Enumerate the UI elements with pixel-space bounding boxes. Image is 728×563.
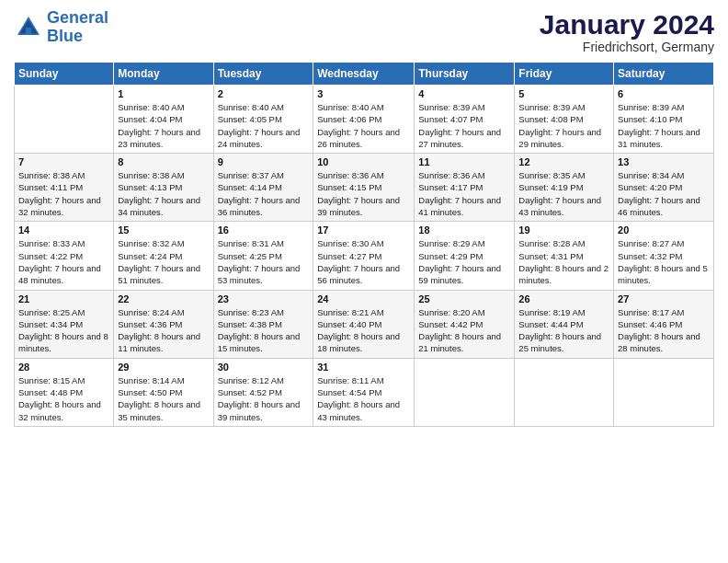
sunrise-text: Sunrise: 8:36 AM: [317, 169, 410, 181]
sunrise-text: Sunrise: 8:37 AM: [218, 169, 310, 181]
sunset-text: Sunset: 4:38 PM: [218, 318, 310, 330]
sunrise-text: Sunrise: 8:24 AM: [118, 306, 209, 318]
header-thursday: Thursday: [415, 63, 515, 86]
day-number: 29: [118, 362, 209, 373]
sunrise-text: Sunrise: 8:21 AM: [317, 306, 410, 318]
daylight-text: Daylight: 7 hours and 41 minutes.: [418, 194, 510, 219]
day-number: 25: [418, 293, 510, 304]
calendar-cell: 13 Sunrise: 8:34 AM Sunset: 4:20 PM Dayl…: [614, 154, 714, 222]
day-info: Sunrise: 8:32 AM Sunset: 4:24 PM Dayligh…: [118, 237, 209, 286]
logo-line1: General: [47, 8, 108, 27]
calendar-cell: 3 Sunrise: 8:40 AM Sunset: 4:06 PM Dayli…: [313, 86, 415, 154]
daylight-text: Daylight: 8 hours and 39 minutes.: [218, 398, 310, 423]
day-number: 12: [518, 156, 609, 167]
sunset-text: Sunset: 4:05 PM: [218, 113, 310, 125]
day-number: 6: [618, 88, 710, 99]
daylight-text: Daylight: 8 hours and 21 minutes.: [418, 330, 510, 355]
day-info: Sunrise: 8:40 AM Sunset: 4:05 PM Dayligh…: [218, 101, 310, 150]
day-info: Sunrise: 8:25 AM Sunset: 4:34 PM Dayligh…: [18, 306, 109, 355]
calendar-cell: 31 Sunrise: 8:11 AM Sunset: 4:54 PM Dayl…: [313, 358, 415, 426]
sunrise-text: Sunrise: 8:38 AM: [118, 169, 209, 181]
calendar-cell: 14 Sunrise: 8:33 AM Sunset: 4:22 PM Dayl…: [15, 222, 114, 290]
day-number: 23: [218, 293, 310, 304]
day-info: Sunrise: 8:39 AM Sunset: 4:08 PM Dayligh…: [518, 101, 609, 150]
page: General Blue January 2024 Friedrichsort,…: [0, 0, 728, 563]
daylight-text: Daylight: 7 hours and 29 minutes.: [518, 126, 609, 151]
daylight-text: Daylight: 7 hours and 48 minutes.: [18, 262, 109, 287]
calendar-cell: 17 Sunrise: 8:30 AM Sunset: 4:27 PM Dayl…: [313, 222, 415, 290]
svg-rect-2: [26, 28, 31, 35]
calendar-cell: 15 Sunrise: 8:32 AM Sunset: 4:24 PM Dayl…: [114, 222, 213, 290]
calendar-cell: 24 Sunrise: 8:21 AM Sunset: 4:40 PM Dayl…: [313, 290, 415, 358]
sunset-text: Sunset: 4:14 PM: [218, 181, 310, 193]
sunset-text: Sunset: 4:19 PM: [518, 181, 609, 193]
sunrise-text: Sunrise: 8:40 AM: [118, 101, 209, 113]
calendar-title: January 2024: [540, 9, 714, 40]
day-info: Sunrise: 8:23 AM Sunset: 4:38 PM Dayligh…: [218, 306, 310, 355]
sunset-text: Sunset: 4:17 PM: [418, 181, 510, 193]
weekday-header-row: Sunday Monday Tuesday Wednesday Thursday…: [15, 63, 714, 86]
day-info: Sunrise: 8:36 AM Sunset: 4:15 PM Dayligh…: [317, 169, 410, 218]
calendar-cell: 29 Sunrise: 8:14 AM Sunset: 4:50 PM Dayl…: [114, 358, 213, 426]
sunrise-text: Sunrise: 8:30 AM: [317, 237, 410, 249]
sunset-text: Sunset: 4:22 PM: [18, 250, 109, 262]
daylight-text: Daylight: 7 hours and 27 minutes.: [418, 126, 510, 151]
sunset-text: Sunset: 4:48 PM: [18, 386, 109, 398]
daylight-text: Daylight: 7 hours and 43 minutes.: [518, 194, 609, 219]
day-info: Sunrise: 8:29 AM Sunset: 4:29 PM Dayligh…: [418, 237, 510, 286]
day-number: 1: [118, 88, 209, 99]
day-info: Sunrise: 8:20 AM Sunset: 4:42 PM Dayligh…: [418, 306, 510, 355]
sunset-text: Sunset: 4:08 PM: [518, 113, 609, 125]
sunset-text: Sunset: 4:27 PM: [317, 250, 410, 262]
day-info: Sunrise: 8:38 AM Sunset: 4:11 PM Dayligh…: [18, 169, 109, 218]
sunset-text: Sunset: 4:13 PM: [118, 181, 209, 193]
day-number: 19: [518, 224, 609, 236]
day-info: Sunrise: 8:30 AM Sunset: 4:27 PM Dayligh…: [317, 237, 410, 286]
day-number: 13: [618, 156, 710, 167]
daylight-text: Daylight: 7 hours and 46 minutes.: [618, 194, 710, 219]
calendar-cell: 2 Sunrise: 8:40 AM Sunset: 4:05 PM Dayli…: [213, 86, 313, 154]
sunset-text: Sunset: 4:07 PM: [418, 113, 510, 125]
calendar-cell: 27 Sunrise: 8:17 AM Sunset: 4:46 PM Dayl…: [614, 290, 714, 358]
calendar-week-0: 1 Sunrise: 8:40 AM Sunset: 4:04 PM Dayli…: [15, 86, 714, 154]
sunrise-text: Sunrise: 8:40 AM: [317, 101, 410, 113]
header-sunday: Sunday: [15, 63, 114, 86]
day-number: 22: [118, 293, 209, 304]
day-info: Sunrise: 8:39 AM Sunset: 4:10 PM Dayligh…: [618, 101, 710, 150]
calendar-week-4: 28 Sunrise: 8:15 AM Sunset: 4:48 PM Dayl…: [15, 358, 714, 426]
daylight-text: Daylight: 7 hours and 32 minutes.: [18, 194, 109, 219]
calendar-cell: 7 Sunrise: 8:38 AM Sunset: 4:11 PM Dayli…: [15, 154, 114, 222]
calendar-cell: 22 Sunrise: 8:24 AM Sunset: 4:36 PM Dayl…: [114, 290, 213, 358]
sunset-text: Sunset: 4:04 PM: [118, 113, 209, 125]
day-info: Sunrise: 8:34 AM Sunset: 4:20 PM Dayligh…: [618, 169, 710, 218]
calendar-cell: 21 Sunrise: 8:25 AM Sunset: 4:34 PM Dayl…: [15, 290, 114, 358]
sunrise-text: Sunrise: 8:36 AM: [418, 169, 510, 181]
sunrise-text: Sunrise: 8:11 AM: [317, 374, 410, 386]
sunrise-text: Sunrise: 8:28 AM: [518, 237, 609, 249]
logo: General Blue: [14, 9, 108, 46]
calendar-cell: 23 Sunrise: 8:23 AM Sunset: 4:38 PM Dayl…: [213, 290, 313, 358]
day-number: 14: [18, 224, 109, 236]
sunset-text: Sunset: 4:10 PM: [618, 113, 710, 125]
day-number: 27: [618, 293, 710, 304]
header-saturday: Saturday: [614, 63, 714, 86]
day-number: 31: [317, 362, 410, 373]
day-number: 21: [18, 293, 109, 304]
day-info: Sunrise: 8:14 AM Sunset: 4:50 PM Dayligh…: [118, 374, 209, 423]
sunset-text: Sunset: 4:32 PM: [618, 250, 710, 262]
logo-line2: Blue: [47, 27, 83, 45]
day-number: 2: [218, 88, 310, 99]
day-info: Sunrise: 8:39 AM Sunset: 4:07 PM Dayligh…: [418, 101, 510, 150]
daylight-text: Daylight: 8 hours and 18 minutes.: [317, 330, 410, 355]
calendar-cell: 8 Sunrise: 8:38 AM Sunset: 4:13 PM Dayli…: [114, 154, 213, 222]
calendar-week-2: 14 Sunrise: 8:33 AM Sunset: 4:22 PM Dayl…: [15, 222, 714, 290]
day-number: 7: [18, 156, 109, 167]
calendar-cell: 4 Sunrise: 8:39 AM Sunset: 4:07 PM Dayli…: [415, 86, 515, 154]
sunrise-text: Sunrise: 8:35 AM: [518, 169, 609, 181]
sunrise-text: Sunrise: 8:34 AM: [618, 169, 710, 181]
day-number: 9: [218, 156, 310, 167]
sunset-text: Sunset: 4:40 PM: [317, 318, 410, 330]
sunrise-text: Sunrise: 8:39 AM: [418, 101, 510, 113]
daylight-text: Daylight: 8 hours and 25 minutes.: [518, 330, 609, 355]
sunrise-text: Sunrise: 8:40 AM: [218, 101, 310, 113]
